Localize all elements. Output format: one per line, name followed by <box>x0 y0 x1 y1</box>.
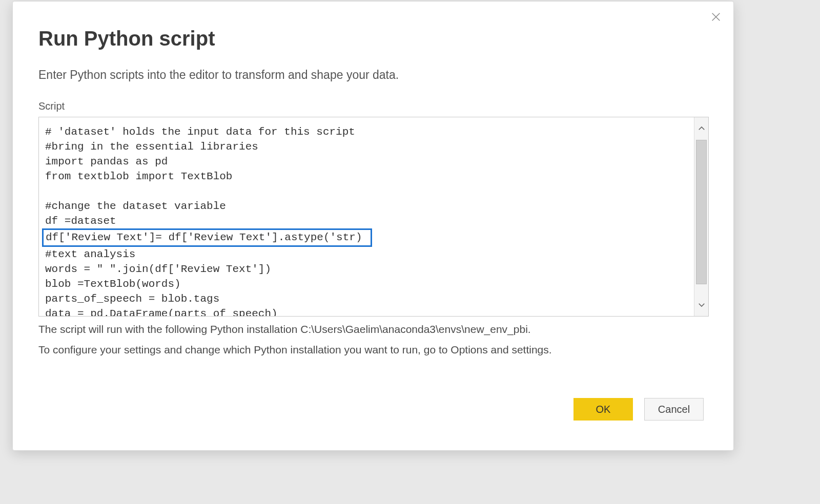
settings-info: To configure your settings and change wh… <box>38 344 552 356</box>
dialog-footer: OK Cancel <box>573 398 704 421</box>
dialog-title: Run Python script <box>38 27 215 50</box>
scroll-track[interactable] <box>694 140 708 293</box>
editor-scrollbar[interactable] <box>694 117 708 316</box>
highlighted-code-line: df['Review Text']= df['Review Text'].ast… <box>42 228 372 247</box>
script-editor[interactable]: # 'dataset' holds the input data for thi… <box>39 117 694 316</box>
scroll-thumb[interactable] <box>696 140 707 284</box>
code-line: from textblob import TextBlob <box>45 169 688 184</box>
code-line: import pandas as pd <box>45 154 688 169</box>
script-editor-container: # 'dataset' holds the input data for thi… <box>38 117 709 317</box>
install-path-info: The script will run with the following P… <box>38 323 531 335</box>
code-line: parts_of_speech = blob.tags <box>45 291 688 306</box>
code-line: data = pd.DataFrame(parts_of_speech) <box>45 306 688 316</box>
code-line: blob =TextBlob(words) <box>45 277 688 291</box>
run-python-script-dialog: Run Python script Enter Python scripts i… <box>12 1 734 451</box>
dialog-subtitle: Enter Python scripts into the editor to … <box>38 68 399 82</box>
close-icon[interactable] <box>706 7 726 27</box>
script-label: Script <box>38 100 65 112</box>
code-line: #bring in the essential libraries <box>45 139 688 154</box>
ok-button[interactable]: OK <box>573 398 633 421</box>
code-line: #change the dataset variable <box>45 199 688 214</box>
code-line: df =dataset <box>45 214 688 228</box>
code-line: # 'dataset' holds the input data for thi… <box>45 124 688 139</box>
code-line: df['Review Text']= df['Review Text'].ast… <box>45 228 688 247</box>
code-line <box>45 184 688 199</box>
scroll-up-button[interactable] <box>694 117 709 140</box>
code-line: words = " ".join(df['Review Text']) <box>45 262 688 277</box>
cancel-button[interactable]: Cancel <box>644 398 704 421</box>
code-line: #text analysis <box>45 247 688 262</box>
scroll-down-button[interactable] <box>694 293 709 316</box>
